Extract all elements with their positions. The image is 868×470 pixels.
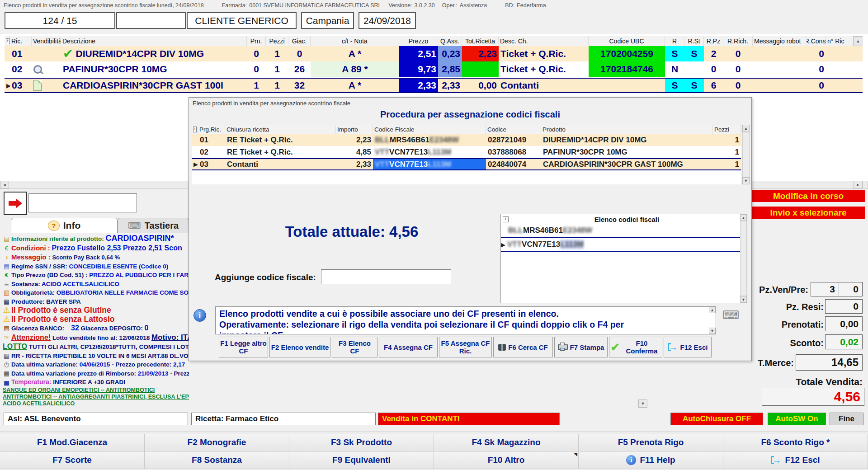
f7-stampa-button[interactable]: F7 Stampa: [554, 337, 608, 357]
cell-chiusura: Contanti: [225, 159, 336, 169]
pzven-field: 3 0: [811, 282, 863, 296]
f2-monografie-key[interactable]: F2 Monografie: [145, 434, 289, 451]
cell-pezzi: 1: [266, 61, 288, 77]
table-scroll-up[interactable]: ▲: [854, 36, 863, 46]
euro-icon: €: [3, 244, 10, 253]
product-name: DIUREMID*14CPR DIV 10MG: [75, 48, 204, 59]
cell-rst: S: [684, 79, 704, 92]
tab-label: Info: [63, 220, 80, 231]
barcode-input[interactable]: [28, 193, 137, 212]
dialog-table-scroll-up[interactable]: ▲: [742, 125, 750, 132]
key-label: F11 Help: [640, 455, 675, 465]
table-row[interactable]: 01 ✔ DIUREMID*14CPR DIV 10MG 0 1 0 A * 2…: [5, 46, 863, 61]
col-codice: Codice: [486, 125, 541, 134]
dialog-row[interactable]: 02 RE Ticket + Q.Ric. 4,85 VTTVCN77E13L1…: [192, 146, 741, 158]
tab-info[interactable]: ? Info: [11, 218, 118, 233]
expand-icon[interactable]: +: [6, 38, 9, 44]
tab-label: Tastiera: [145, 221, 179, 231]
cell-tot-ricetta: [462, 61, 499, 77]
key-label: F4 Sk Magazzino: [472, 437, 540, 447]
autosw-toggle[interactable]: AutoSW On: [768, 413, 826, 425]
dialog-row-selected[interactable]: ▶ 03 Contanti 2,33 VTTVCN77E13L113M 0248…: [192, 158, 741, 170]
cell-ct-nota: A *: [311, 46, 399, 61]
tab-tastiera[interactable]: ⌨ Tastiera: [118, 218, 189, 233]
cell-tot-ricetta: 2,23: [462, 46, 499, 61]
f5-prenota-rigo-key[interactable]: F5 Prenota Rigo: [579, 434, 723, 451]
pharmacy-pos-screen: Elenco prodotti in vendita per assegnazi…: [0, 0, 868, 470]
v-scroll-down[interactable]: ▼: [638, 400, 647, 408]
f10-conferma-button[interactable]: ✔F10 Conferma: [609, 337, 662, 357]
f12-esci-key[interactable]: →F12 Esci: [723, 451, 868, 469]
f12-esci-button[interactable]: →F12 Esci: [664, 337, 712, 357]
message-line: Operativamente: selezionare il rigo dell…: [219, 319, 712, 330]
message-line: impostare il CF: [219, 330, 712, 334]
f7-scorte-key[interactable]: F7 Scorte: [0, 451, 145, 469]
cell-prezzo: 9,73: [399, 61, 438, 77]
key-label: F9 Equivalenti: [332, 455, 391, 465]
atc-link[interactable]: ACIDO ACETILSALICILICO: [3, 400, 189, 407]
f3-elenco-cf-button[interactable]: F3 Elenco CF: [332, 337, 377, 357]
h-scroll-right[interactable]: ►: [854, 181, 863, 189]
cf-list-item[interactable]: BLLMRS46B61E2348W: [501, 224, 747, 238]
cell-prodotto: CARDIOASPIRIN*30CPR GAST 100MG: [541, 159, 713, 169]
button-label: F1 Legge altro CF: [220, 339, 267, 355]
info-line: ▤Regime SSN / SSR: CONCEDIBILE ESENTE (C…: [3, 262, 189, 271]
dialog-table-scrollbar[interactable]: [742, 132, 750, 177]
cell-codice: 028721049: [486, 134, 541, 146]
atc-link[interactable]: SANGUE ED ORGANI EMOPOIETICI -- ANTITROM…: [3, 387, 189, 394]
cell-r: S: [665, 46, 684, 61]
aggiunge-cf-label: Aggiunge codice fiscale:: [215, 273, 316, 282]
cf-censored: BLL: [508, 226, 523, 235]
dialog-table-scroll-down[interactable]: ▼: [742, 177, 750, 184]
cell-descrizione: PAFINUR*30CPR 10MG: [61, 61, 247, 77]
dialog-row[interactable]: 01 RE Ticket + Q.Ric. 2,23 BLLMRS46B61E2…: [192, 134, 741, 146]
button-label: F6 Cerca CF: [508, 343, 548, 351]
cf-list-scrollbar[interactable]: [740, 221, 747, 296]
f4-sk-magazzino-key[interactable]: F4 Sk Magazzino: [434, 434, 579, 451]
f6-cerca-cf-button[interactable]: F6 Cerca CF: [493, 337, 553, 357]
printer-icon: [558, 344, 568, 350]
cliente-box[interactable]: CLIENTE GENERICO: [187, 12, 297, 29]
f1-legge-altro-cf-button[interactable]: F1 Legge altro CF: [219, 337, 268, 357]
autochiusura-toggle[interactable]: AutoChiusura OFF: [670, 413, 763, 425]
cf-censored: VTT: [507, 240, 522, 249]
f11-help-key[interactable]: iF11 Help: [579, 451, 723, 469]
f9-equivalenti-key[interactable]: F9 Equivalenti: [289, 451, 434, 469]
regione-box[interactable]: Campania: [301, 12, 354, 29]
oper-label: Oper.:: [442, 2, 458, 9]
cf-censored: BLL: [375, 136, 390, 145]
cf-censored: L113M: [560, 240, 584, 249]
cell-giac: 0: [288, 46, 311, 61]
cell-ric: 01: [10, 46, 32, 61]
cf-list-item-selected[interactable]: ▶ VTTVCN77E13L113M: [501, 238, 747, 252]
f1-mod-giacenza-key[interactable]: F1 Mod.Giacenza: [0, 434, 145, 451]
bell-icon: ♪: [3, 253, 10, 262]
fine-button[interactable]: Fine: [830, 413, 863, 425]
f10-altro-key[interactable]: F10 Altro◥: [434, 451, 579, 469]
h-scroll-left[interactable]: ◄: [0, 181, 9, 189]
f8-sostanza-key[interactable]: F8 Sostanza: [145, 451, 289, 469]
fkey-row-1: F1 Mod.Giacenza F2 Monografie F3 Sk Prod…: [0, 434, 868, 451]
f2-elenco-vendite-button[interactable]: F2 Elenco vendite: [269, 337, 330, 357]
table-row[interactable]: 02 PAFINUR*30CPR 10MG 0 1 26 A 89 * 9,73…: [5, 61, 863, 77]
table-row-selected[interactable]: ▶ 03 CARDIOASPIRIN*30CPR GAST 100I 1 1 3…: [5, 78, 863, 93]
f4-assegna-cf-button[interactable]: F4 Assegna CF: [379, 337, 438, 357]
scan-arrow-box: [4, 192, 27, 215]
cell-codice-fiscale-selected[interactable]: VTTVCN77E13L113M: [373, 159, 486, 169]
cf-list-scroll-up[interactable]: ▲: [740, 214, 747, 221]
aggiunge-cf-input[interactable]: [321, 269, 451, 284]
cf-list-scroll-down[interactable]: ▼: [740, 296, 747, 303]
expand-icon[interactable]: +: [503, 216, 509, 222]
atc-link[interactable]: ANTITROMBOTICI -- ANTIAGGREGANTI PIASTRI…: [3, 394, 189, 400]
f6-sconto-rigo-key[interactable]: F6 Sconto Rigo *: [723, 434, 868, 451]
message-scroll-up[interactable]: ▲: [709, 307, 716, 313]
message-scroll-down[interactable]: ▼: [709, 328, 716, 334]
expand-icon[interactable]: +: [193, 127, 197, 132]
keyboard-icon[interactable]: ⌨: [722, 308, 740, 322]
f3-sk-prodotto-key[interactable]: F3 Sk Prodotto: [289, 434, 434, 451]
col-prodotto: Prodotto: [541, 125, 713, 134]
f5-assegna-cf-ric-button[interactable]: F5 Assegna CF Ric.: [439, 337, 492, 357]
cell-tot-ricetta: 0,00: [462, 79, 499, 92]
info-glyph: i: [199, 311, 201, 320]
question-icon: ?: [48, 221, 60, 231]
